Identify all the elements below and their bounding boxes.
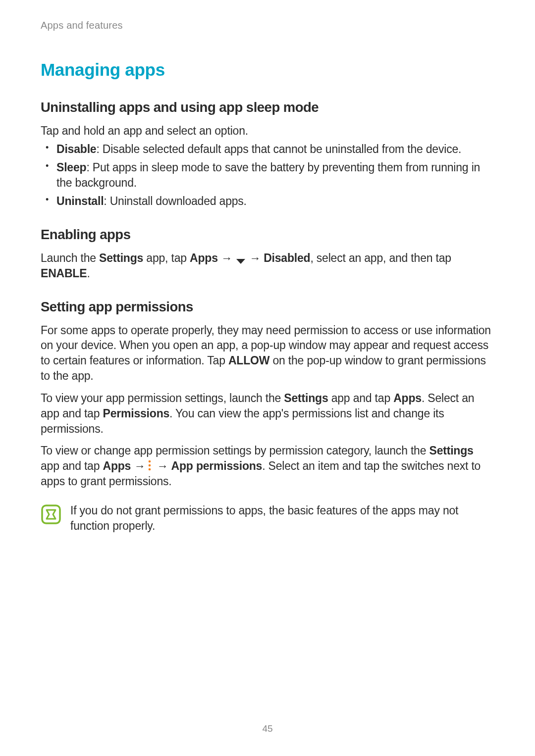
breadcrumb: Apps and features bbox=[41, 20, 494, 31]
enable-label: ENABLE bbox=[41, 267, 87, 280]
text-fragment: app and tap bbox=[41, 459, 103, 472]
svg-rect-4 bbox=[42, 505, 60, 523]
option-label: Uninstall bbox=[56, 195, 104, 207]
svg-marker-0 bbox=[236, 259, 245, 264]
heading-enabling: Enabling apps bbox=[41, 227, 494, 243]
option-desc: : Disable selected default apps that can… bbox=[96, 143, 461, 155]
app-permissions-label: App permissions bbox=[171, 459, 263, 472]
intro-text: Tap and hold an app and select an option… bbox=[41, 123, 494, 139]
section-permissions: Setting app permissions For some apps to… bbox=[41, 299, 494, 489]
allow-label: ALLOW bbox=[228, 354, 269, 367]
arrow-text: → bbox=[154, 459, 171, 472]
enabling-instructions: Launch the Settings app, tap Apps → → Di… bbox=[41, 251, 494, 281]
permissions-label: Permissions bbox=[103, 407, 170, 420]
apps-label: Apps bbox=[190, 252, 218, 264]
svg-point-2 bbox=[149, 464, 151, 467]
arrow-text: → bbox=[246, 252, 264, 264]
settings-label: Settings bbox=[429, 444, 473, 457]
option-label: Disable bbox=[56, 143, 96, 155]
heading-uninstalling: Uninstalling apps and using app sleep mo… bbox=[41, 100, 494, 115]
text-fragment: To view or change app permission setting… bbox=[41, 444, 429, 457]
more-options-icon bbox=[148, 459, 154, 470]
list-item: Uninstall: Uninstall downloaded apps. bbox=[56, 194, 494, 209]
section-enabling: Enabling apps Launch the Settings app, t… bbox=[41, 227, 494, 281]
option-desc: : Put apps in sleep mode to save the bat… bbox=[56, 161, 480, 189]
settings-label: Settings bbox=[284, 392, 328, 404]
document-page: Apps and features Managing apps Uninstal… bbox=[0, 0, 535, 533]
arrow-text: → bbox=[218, 252, 235, 264]
permissions-para-2: To view your app permission settings, la… bbox=[41, 391, 494, 436]
text-fragment: . bbox=[87, 267, 90, 280]
section-uninstalling: Uninstalling apps and using app sleep mo… bbox=[41, 100, 494, 209]
list-item: Sleep: Put apps in sleep mode to save th… bbox=[56, 160, 494, 191]
dropdown-icon bbox=[235, 254, 246, 262]
note-icon bbox=[41, 504, 61, 525]
apps-label: Apps bbox=[393, 392, 422, 404]
permissions-para-1: For some apps to operate properly, they … bbox=[41, 323, 494, 384]
text-fragment: , select an app, and then tap bbox=[310, 252, 451, 264]
option-desc: : Uninstall downloaded apps. bbox=[104, 195, 246, 207]
option-label: Sleep bbox=[56, 161, 86, 174]
disabled-label: Disabled bbox=[264, 252, 310, 264]
svg-point-1 bbox=[149, 460, 151, 463]
svg-point-3 bbox=[149, 468, 151, 471]
note-callout: If you do not grant permissions to apps,… bbox=[41, 503, 494, 534]
text-fragment: app and tap bbox=[328, 392, 394, 404]
option-list: Disable: Disable selected default apps t… bbox=[41, 142, 494, 209]
settings-label: Settings bbox=[99, 252, 143, 264]
text-fragment: Launch the bbox=[41, 252, 99, 264]
page-number: 45 bbox=[0, 723, 535, 734]
note-text: If you do not grant permissions to apps,… bbox=[70, 503, 494, 534]
page-title: Managing apps bbox=[41, 60, 494, 80]
heading-permissions: Setting app permissions bbox=[41, 299, 494, 315]
text-fragment: app, tap bbox=[143, 252, 190, 264]
permissions-para-3: To view or change app permission setting… bbox=[41, 443, 494, 489]
text-fragment: To view your app permission settings, la… bbox=[41, 392, 284, 404]
arrow-text: → bbox=[131, 459, 148, 472]
list-item: Disable: Disable selected default apps t… bbox=[56, 142, 494, 157]
apps-label: Apps bbox=[103, 459, 131, 472]
